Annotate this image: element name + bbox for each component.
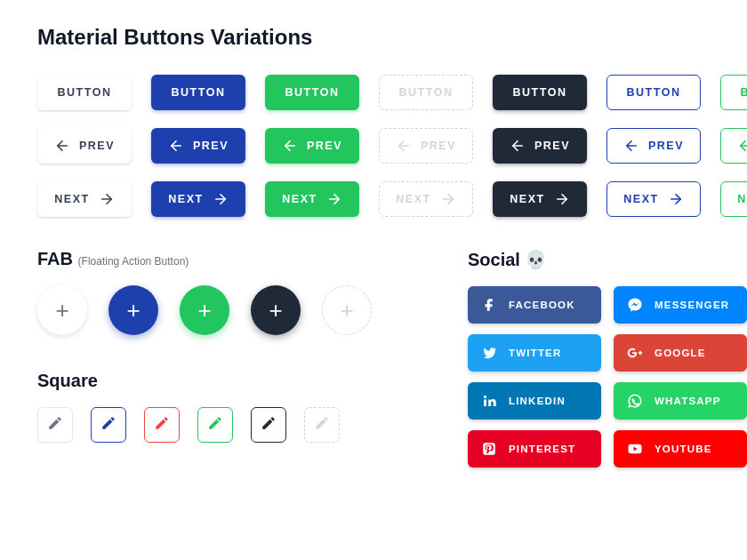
arrow-left-icon xyxy=(737,138,747,154)
social-label: TWITTER xyxy=(509,348,562,358)
pencil-icon xyxy=(261,415,277,435)
next-button-dark[interactable]: NEXT xyxy=(493,181,587,217)
social-label: FACEBOOK xyxy=(509,300,575,310)
button-label: PREV xyxy=(79,140,115,152)
linkedin-icon xyxy=(480,393,498,409)
button-label: PREV xyxy=(193,140,229,152)
fab-dark[interactable]: + xyxy=(251,285,301,335)
fab-section-title: FAB (Floating Action Button) xyxy=(37,249,414,269)
prev-button-outline-blue[interactable]: PREV xyxy=(606,128,701,164)
pencil-icon xyxy=(314,415,330,435)
social-button-facebook[interactable]: FACEBOOK xyxy=(468,286,601,324)
social-label: WHATSAPP xyxy=(655,396,721,406)
square-button-red[interactable] xyxy=(144,407,180,443)
social-button-pinterest[interactable]: PINTEREST xyxy=(468,430,601,468)
square-row xyxy=(37,407,414,443)
button-blue[interactable]: BUTTON xyxy=(151,75,245,110)
button-label: PREV xyxy=(648,140,684,152)
social-button-linkedin[interactable]: LINKEDIN xyxy=(468,382,601,420)
social-button-google[interactable]: GOOGLE xyxy=(614,334,747,372)
pencil-icon xyxy=(207,415,223,435)
prev-button-blue[interactable]: PREV xyxy=(151,128,245,164)
fab-ghost[interactable]: + xyxy=(322,285,372,335)
social-label: GOOGLE xyxy=(655,348,706,358)
prev-button-white[interactable]: PREV xyxy=(37,128,132,164)
next-button-blue[interactable]: NEXT xyxy=(151,181,245,217)
button-label: BUTTON xyxy=(58,86,112,99)
button-dark[interactable]: BUTTON xyxy=(493,75,587,110)
arrow-right-icon xyxy=(440,191,456,207)
arrow-right-icon xyxy=(668,191,684,207)
next-button-green[interactable]: NEXT xyxy=(265,181,359,217)
button-label: PREV xyxy=(307,140,342,152)
arrow-left-icon xyxy=(396,138,412,154)
social-label: PINTEREST xyxy=(509,444,575,454)
square-button-green[interactable] xyxy=(197,407,233,443)
button-green[interactable]: BUTTON xyxy=(265,75,359,110)
social-button-whatsapp[interactable]: WHATSAPP xyxy=(614,382,747,420)
arrow-left-icon xyxy=(510,138,526,154)
button-white[interactable]: BUTTON xyxy=(37,75,132,110)
button-outline-blue[interactable]: BUTTON xyxy=(606,75,701,110)
fab-row: + + + + + xyxy=(37,285,414,335)
square-button-plain[interactable] xyxy=(37,407,73,443)
prev-button-outline-green[interactable]: PREV xyxy=(720,128,747,164)
button-row-next: NEXT NEXT NEXT NEXT NEXT NEXT NEXT xyxy=(37,181,747,217)
button-label: NEXT xyxy=(396,193,430,205)
button-variations-grid: BUTTON BUTTON BUTTON BUTTON BUTTON BUTTO… xyxy=(37,75,747,217)
button-label: BUTTON xyxy=(513,86,567,99)
social-button-twitter[interactable]: TWITTER xyxy=(468,334,601,372)
square-section-title: Square xyxy=(37,371,414,391)
youtube-icon xyxy=(626,441,644,457)
social-button-messenger[interactable]: MESSENGER xyxy=(614,286,747,324)
next-button-white[interactable]: NEXT xyxy=(37,181,132,217)
fab-white[interactable]: + xyxy=(37,285,87,335)
social-section-title: Social 💀 xyxy=(468,249,747,270)
arrow-left-icon xyxy=(168,138,184,154)
button-label: BUTTON xyxy=(172,86,226,99)
fab-blue[interactable]: + xyxy=(108,285,158,335)
button-label: NEXT xyxy=(282,193,317,205)
fab-green[interactable]: + xyxy=(180,285,229,335)
button-ghost[interactable]: BUTTON xyxy=(379,75,473,110)
button-label: PREV xyxy=(534,140,570,152)
arrow-right-icon xyxy=(554,191,570,207)
pencil-icon xyxy=(154,415,170,435)
arrow-left-icon xyxy=(623,138,639,154)
plus-icon: + xyxy=(197,297,211,324)
next-button-ghost[interactable]: NEXT xyxy=(379,181,473,217)
plus-icon: + xyxy=(126,297,140,324)
next-button-outline-blue[interactable]: NEXT xyxy=(606,181,701,217)
arrow-right-icon xyxy=(213,191,229,207)
facebook-icon xyxy=(480,297,498,313)
pinterest-icon xyxy=(480,441,498,457)
arrow-right-icon xyxy=(99,191,115,207)
pencil-icon xyxy=(47,415,63,435)
next-button-outline-green[interactable]: NEXT xyxy=(720,181,747,217)
page-title: Material Buttons Variations xyxy=(37,25,747,50)
social-label: LINKEDIN xyxy=(509,396,566,406)
button-label: PREV xyxy=(421,140,456,152)
button-label: NEXT xyxy=(168,193,203,205)
button-outline-green[interactable]: BUTTON xyxy=(720,75,747,110)
square-button-blue[interactable] xyxy=(91,407,126,443)
plus-icon: + xyxy=(55,297,68,324)
social-label: MESSENGER xyxy=(655,300,729,310)
button-label: NEXT xyxy=(737,193,747,205)
fab-title-text: FAB xyxy=(37,249,73,268)
pencil-icon xyxy=(100,415,116,435)
prev-button-dark[interactable]: PREV xyxy=(493,128,587,164)
prev-button-green[interactable]: PREV xyxy=(265,128,359,164)
prev-button-ghost[interactable]: PREV xyxy=(379,128,473,164)
social-button-youtube[interactable]: YOUTUBE xyxy=(614,430,747,468)
plus-icon: + xyxy=(340,297,353,324)
plus-icon: + xyxy=(269,297,282,324)
button-label: BUTTON xyxy=(285,86,340,99)
messenger-icon xyxy=(626,297,644,313)
square-button-ghost[interactable] xyxy=(304,407,340,443)
square-button-dark[interactable] xyxy=(251,407,286,443)
arrow-right-icon xyxy=(326,191,342,207)
social-label: YOUTUBE xyxy=(655,444,712,454)
google-plus-icon xyxy=(626,345,644,361)
button-label: BUTTON xyxy=(741,86,747,99)
